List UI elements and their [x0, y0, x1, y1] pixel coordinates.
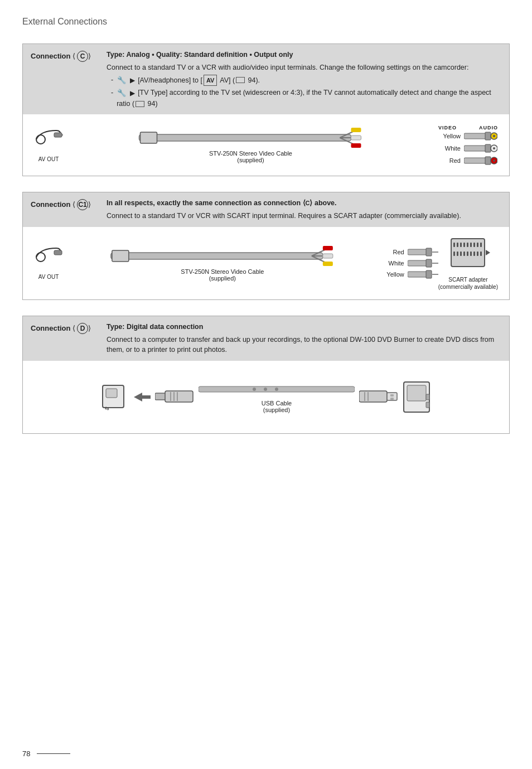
- connection-d-type: Type: Digital data connection: [107, 322, 501, 332]
- svg-rect-32: [323, 262, 333, 266]
- svg-point-74: [275, 388, 278, 391]
- usb-arrow-left: [134, 391, 151, 403]
- connection-c1-diagram-row: AV OUT STV-250N Stereo Video Cable(suppl…: [34, 236, 498, 291]
- arrow-icon-2: ▶: [130, 88, 135, 98]
- connection-c-header: Connection ⟨C⟩ Type: Analog • Quality: S…: [23, 44, 509, 114]
- svg-rect-16: [485, 144, 491, 152]
- svg-rect-67: [165, 391, 193, 402]
- connection-c-label: Connection ⟨C⟩: [31, 51, 98, 62]
- av-out-plug-c1: AV OUT: [34, 246, 63, 280]
- svg-rect-4: [140, 132, 157, 143]
- svg-rect-49: [473, 243, 475, 247]
- page-divider-line: [37, 753, 70, 754]
- connector-red: Red: [438, 156, 497, 165]
- connection-c1-label: Connection ⟨C1⟩: [31, 199, 98, 210]
- svg-rect-83: [426, 394, 429, 400]
- tv-connectors-detail-c: Yellow White Red: [438, 132, 497, 165]
- svg-rect-3: [139, 134, 351, 141]
- connection-c1-type: In all respects, exactly the same connec…: [107, 198, 501, 209]
- svg-rect-45: [460, 243, 462, 247]
- page-ref-box-1: [236, 77, 245, 83]
- wrench-icon-2: 🔧: [117, 88, 126, 99]
- av-out-plug-c: AV OUT: [34, 128, 63, 162]
- yellow-label-c1: Yellow: [382, 271, 404, 278]
- svg-rect-55: [463, 252, 465, 256]
- svg-marker-65: [134, 393, 151, 402]
- svg-point-18: [493, 147, 495, 149]
- connection-d-header: Connection ⟨D⟩ Type: Digital data connec…: [23, 316, 509, 361]
- svg-rect-36: [408, 260, 427, 266]
- cable-line-c1: STV-250N Stereo Video Cable(supplied): [69, 245, 376, 282]
- connection-c-diagram-row: AV OUT STV-250N Stere: [34, 125, 498, 165]
- connection-c-bullet-1: - 🔧 ▶ [AV/headphones] to [AV AV] ( 94).: [107, 75, 501, 86]
- usb-connector-left: [155, 385, 194, 409]
- connector-yellow-c1: Yellow: [382, 270, 438, 279]
- scart-adapter: SCART adapter(commercially available): [438, 236, 498, 291]
- tv-connectors-c: VIDEOAUDIO Yellow White Red: [438, 125, 498, 165]
- svg-rect-82: [407, 385, 426, 401]
- svg-point-72: [253, 388, 256, 391]
- svg-rect-9: [351, 136, 361, 140]
- svg-rect-63: [106, 389, 117, 398]
- svg-rect-44: [457, 243, 458, 247]
- white-label-c1: White: [382, 260, 404, 267]
- connection-block-c1: Connection ⟨C1⟩ In all respects, exactly…: [22, 192, 510, 300]
- svg-rect-31: [323, 254, 333, 258]
- cable-label-c1: STV-250N Stereo Video Cable(supplied): [181, 268, 264, 282]
- connection-block-c: Connection ⟨C⟩ Type: Analog • Quality: S…: [22, 43, 510, 176]
- connection-c-body: Connect to a standard TV or a VCR with a…: [107, 62, 501, 73]
- svg-rect-33: [408, 249, 427, 255]
- red-label: Red: [438, 157, 461, 164]
- svg-rect-66: [155, 393, 166, 400]
- svg-marker-61: [486, 250, 490, 255]
- svg-point-0: [36, 135, 45, 144]
- connection-d-desc: Type: Digital data connection Connect to…: [107, 322, 501, 355]
- usb-cable-label: USB Cable(supplied): [262, 400, 292, 413]
- svg-rect-79: [390, 394, 394, 396]
- usb-device-right: [403, 381, 431, 413]
- svg-rect-51: [480, 243, 482, 247]
- scart-adapter-label: SCART adapter(commercially available): [438, 276, 498, 291]
- svg-rect-40: [426, 270, 432, 278]
- svg-rect-58: [473, 252, 475, 256]
- usb-diagram: ⇆: [34, 381, 498, 413]
- svg-rect-10: [351, 143, 361, 148]
- svg-rect-53: [457, 252, 458, 256]
- svg-rect-37: [426, 259, 432, 267]
- connection-c-desc: Type: Analog • Quality: Standard definit…: [107, 50, 501, 109]
- connection-c-diagram: AV OUT STV-250N Stere: [23, 114, 509, 176]
- svg-rect-46: [463, 243, 465, 247]
- connector-yellow: Yellow: [438, 132, 497, 141]
- connection-c1-body: Connect to a standard TV or VCR with SCA…: [107, 211, 501, 221]
- yellow-label: Yellow: [438, 133, 461, 139]
- svg-rect-50: [477, 243, 478, 247]
- av-out-label-c: AV OUT: [38, 156, 59, 162]
- svg-rect-24: [54, 250, 62, 255]
- svg-point-73: [264, 388, 267, 391]
- page-number: 78: [22, 749, 30, 758]
- svg-point-23: [36, 253, 45, 262]
- svg-rect-34: [426, 248, 432, 256]
- svg-rect-56: [467, 252, 468, 256]
- wrench-icon-1: 🔧: [117, 75, 126, 86]
- av-out-label-c1: AV OUT: [38, 274, 59, 280]
- svg-rect-47: [467, 243, 468, 247]
- usb-cable-long: USB Cable(supplied): [199, 381, 355, 413]
- svg-rect-57: [470, 252, 472, 256]
- svg-rect-26: [112, 250, 129, 262]
- connection-d-body: Connect to a computer to transfer and ba…: [107, 335, 501, 356]
- svg-rect-12: [485, 132, 491, 140]
- cable-label-c: STV-250N Stereo Video Cable(supplied): [209, 150, 292, 163]
- svg-rect-11: [464, 133, 486, 139]
- svg-rect-1: [54, 133, 62, 137]
- svg-rect-8: [351, 128, 361, 132]
- arrow-icon-1: ▶: [130, 75, 135, 85]
- usb-device-left: ⇆: [101, 381, 129, 413]
- svg-rect-54: [460, 252, 462, 256]
- svg-rect-80: [390, 398, 394, 400]
- svg-rect-52: [453, 252, 455, 256]
- cable-line-c: STV-250N Stereo Video Cable(supplied): [69, 127, 433, 163]
- svg-rect-19: [464, 158, 486, 163]
- svg-point-14: [493, 135, 495, 137]
- svg-text:⇆: ⇆: [105, 405, 109, 411]
